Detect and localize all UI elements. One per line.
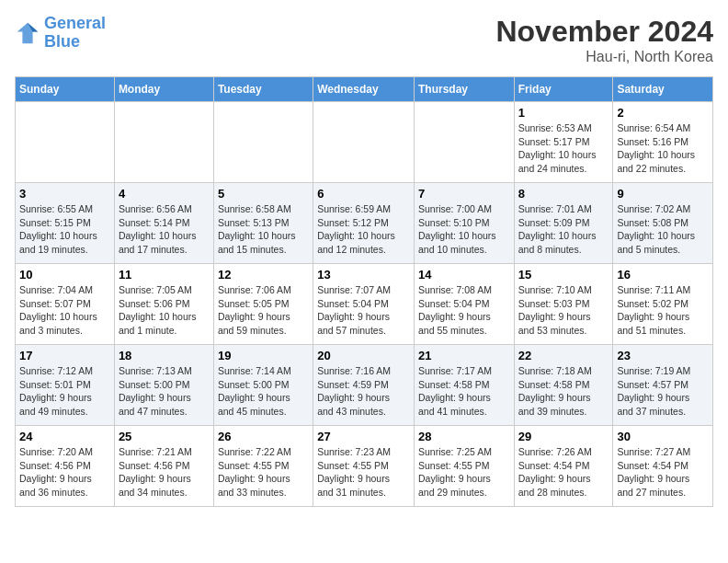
weekday-header: Wednesday bbox=[313, 77, 415, 102]
day-info: Sunrise: 7:13 AMSunset: 5:00 PMDaylight:… bbox=[119, 364, 210, 419]
day-number: 21 bbox=[418, 349, 510, 362]
day-info: Sunrise: 7:02 AMSunset: 5:08 PMDaylight:… bbox=[617, 202, 709, 257]
day-number: 17 bbox=[19, 349, 110, 362]
calendar-week-row: 24Sunrise: 7:20 AMSunset: 4:56 PMDayligh… bbox=[16, 426, 713, 507]
day-info: Sunrise: 7:00 AMSunset: 5:10 PMDaylight:… bbox=[418, 202, 510, 257]
logo-icon bbox=[15, 20, 40, 46]
day-info: Sunrise: 7:19 AMSunset: 4:57 PMDaylight:… bbox=[617, 364, 709, 419]
day-info: Sunrise: 6:53 AMSunset: 5:17 PMDaylight:… bbox=[518, 121, 609, 176]
calendar-cell: 18Sunrise: 7:13 AMSunset: 5:00 PMDayligh… bbox=[114, 345, 213, 426]
calendar-week-row: 1Sunrise: 6:53 AMSunset: 5:17 PMDaylight… bbox=[16, 102, 713, 183]
calendar-cell: 21Sunrise: 7:17 AMSunset: 4:58 PMDayligh… bbox=[414, 345, 514, 426]
day-number: 27 bbox=[317, 430, 410, 443]
calendar-cell: 17Sunrise: 7:12 AMSunset: 5:01 PMDayligh… bbox=[16, 345, 115, 426]
day-info: Sunrise: 7:07 AMSunset: 5:04 PMDaylight:… bbox=[317, 283, 410, 338]
calendar-week-row: 10Sunrise: 7:04 AMSunset: 5:07 PMDayligh… bbox=[16, 264, 713, 345]
weekday-header: Saturday bbox=[613, 77, 713, 102]
calendar-week-row: 17Sunrise: 7:12 AMSunset: 5:01 PMDayligh… bbox=[16, 345, 713, 426]
calendar-cell: 15Sunrise: 7:10 AMSunset: 5:03 PMDayligh… bbox=[514, 264, 613, 345]
day-info: Sunrise: 7:14 AMSunset: 5:00 PMDaylight:… bbox=[218, 364, 309, 419]
day-info: Sunrise: 7:04 AMSunset: 5:07 PMDaylight:… bbox=[19, 283, 110, 338]
calendar-cell: 4Sunrise: 6:56 AMSunset: 5:14 PMDaylight… bbox=[114, 183, 213, 264]
calendar-cell: 2Sunrise: 6:54 AMSunset: 5:16 PMDaylight… bbox=[613, 102, 713, 183]
day-number: 30 bbox=[617, 430, 709, 443]
day-info: Sunrise: 6:54 AMSunset: 5:16 PMDaylight:… bbox=[617, 121, 709, 176]
day-number: 23 bbox=[617, 349, 709, 362]
day-number: 12 bbox=[218, 268, 309, 282]
calendar-cell: 29Sunrise: 7:26 AMSunset: 4:54 PMDayligh… bbox=[514, 426, 613, 507]
calendar-cell: 12Sunrise: 7:06 AMSunset: 5:05 PMDayligh… bbox=[213, 264, 313, 345]
calendar-cell: 10Sunrise: 7:04 AMSunset: 5:07 PMDayligh… bbox=[16, 264, 115, 345]
day-info: Sunrise: 7:17 AMSunset: 4:58 PMDaylight:… bbox=[418, 364, 510, 419]
calendar-cell: 25Sunrise: 7:21 AMSunset: 4:56 PMDayligh… bbox=[114, 426, 213, 507]
day-info: Sunrise: 7:21 AMSunset: 4:56 PMDaylight:… bbox=[119, 445, 210, 500]
day-info: Sunrise: 7:01 AMSunset: 5:09 PMDaylight:… bbox=[518, 202, 609, 257]
day-info: Sunrise: 7:06 AMSunset: 5:05 PMDaylight:… bbox=[218, 283, 309, 338]
day-number: 29 bbox=[518, 430, 609, 443]
logo: General Blue bbox=[15, 15, 106, 52]
day-number: 16 bbox=[617, 268, 709, 282]
day-info: Sunrise: 7:16 AMSunset: 4:59 PMDaylight:… bbox=[317, 364, 410, 419]
page-title: November 2024 bbox=[495, 15, 713, 49]
day-info: Sunrise: 7:10 AMSunset: 5:03 PMDaylight:… bbox=[518, 283, 609, 338]
day-number: 11 bbox=[119, 268, 210, 282]
day-number: 8 bbox=[518, 187, 609, 201]
calendar-cell: 5Sunrise: 6:58 AMSunset: 5:13 PMDaylight… bbox=[213, 183, 313, 264]
weekday-header: Monday bbox=[114, 77, 213, 102]
day-number: 28 bbox=[418, 430, 510, 443]
day-info: Sunrise: 6:59 AMSunset: 5:12 PMDaylight:… bbox=[317, 202, 410, 257]
page-header: General Blue November 2024 Hau-ri, North… bbox=[15, 15, 713, 65]
day-number: 4 bbox=[119, 187, 210, 201]
calendar-cell: 19Sunrise: 7:14 AMSunset: 5:00 PMDayligh… bbox=[213, 345, 313, 426]
calendar-cell: 8Sunrise: 7:01 AMSunset: 5:09 PMDaylight… bbox=[514, 183, 613, 264]
calendar-cell: 13Sunrise: 7:07 AMSunset: 5:04 PMDayligh… bbox=[313, 264, 415, 345]
svg-marker-0 bbox=[17, 23, 38, 43]
calendar-cell: 20Sunrise: 7:16 AMSunset: 4:59 PMDayligh… bbox=[313, 345, 415, 426]
day-info: Sunrise: 7:23 AMSunset: 4:55 PMDaylight:… bbox=[317, 445, 410, 500]
calendar-cell bbox=[213, 102, 313, 183]
weekday-header: Tuesday bbox=[213, 77, 313, 102]
calendar-cell: 28Sunrise: 7:25 AMSunset: 4:55 PMDayligh… bbox=[414, 426, 514, 507]
day-info: Sunrise: 7:18 AMSunset: 4:58 PMDaylight:… bbox=[518, 364, 609, 419]
day-number: 9 bbox=[617, 187, 709, 201]
calendar-cell: 30Sunrise: 7:27 AMSunset: 4:54 PMDayligh… bbox=[613, 426, 713, 507]
day-number: 18 bbox=[119, 349, 210, 362]
day-number: 3 bbox=[19, 187, 110, 201]
calendar-cell: 16Sunrise: 7:11 AMSunset: 5:02 PMDayligh… bbox=[613, 264, 713, 345]
day-number: 10 bbox=[19, 268, 110, 282]
day-number: 5 bbox=[218, 187, 309, 201]
calendar-cell: 9Sunrise: 7:02 AMSunset: 5:08 PMDaylight… bbox=[613, 183, 713, 264]
calendar-cell: 1Sunrise: 6:53 AMSunset: 5:17 PMDaylight… bbox=[514, 102, 613, 183]
logo-text: General Blue bbox=[44, 15, 106, 52]
day-info: Sunrise: 7:22 AMSunset: 4:55 PMDaylight:… bbox=[218, 445, 309, 500]
logo-line1: General bbox=[44, 14, 106, 32]
weekday-header: Thursday bbox=[414, 77, 514, 102]
calendar-cell: 6Sunrise: 6:59 AMSunset: 5:12 PMDaylight… bbox=[313, 183, 415, 264]
logo-line2: Blue bbox=[44, 32, 80, 51]
day-number: 20 bbox=[317, 349, 410, 362]
weekday-header: Friday bbox=[514, 77, 613, 102]
day-number: 24 bbox=[19, 430, 110, 443]
day-info: Sunrise: 7:27 AMSunset: 4:54 PMDaylight:… bbox=[617, 445, 709, 500]
day-number: 26 bbox=[218, 430, 309, 443]
day-number: 22 bbox=[518, 349, 609, 362]
day-number: 19 bbox=[218, 349, 309, 362]
calendar-cell: 26Sunrise: 7:22 AMSunset: 4:55 PMDayligh… bbox=[213, 426, 313, 507]
calendar-cell: 27Sunrise: 7:23 AMSunset: 4:55 PMDayligh… bbox=[313, 426, 415, 507]
calendar-cell: 23Sunrise: 7:19 AMSunset: 4:57 PMDayligh… bbox=[613, 345, 713, 426]
calendar-cell: 7Sunrise: 7:00 AMSunset: 5:10 PMDaylight… bbox=[414, 183, 514, 264]
day-info: Sunrise: 7:25 AMSunset: 4:55 PMDaylight:… bbox=[418, 445, 510, 500]
calendar-cell bbox=[16, 102, 115, 183]
calendar-cell: 14Sunrise: 7:08 AMSunset: 5:04 PMDayligh… bbox=[414, 264, 514, 345]
calendar-cell: 24Sunrise: 7:20 AMSunset: 4:56 PMDayligh… bbox=[16, 426, 115, 507]
calendar-cell bbox=[114, 102, 213, 183]
day-number: 6 bbox=[317, 187, 410, 201]
calendar-week-row: 3Sunrise: 6:55 AMSunset: 5:15 PMDaylight… bbox=[16, 183, 713, 264]
day-number: 14 bbox=[418, 268, 510, 282]
title-block: November 2024 Hau-ri, North Korea bbox=[495, 15, 713, 65]
day-info: Sunrise: 7:08 AMSunset: 5:04 PMDaylight:… bbox=[418, 283, 510, 338]
weekday-header: Sunday bbox=[16, 77, 115, 102]
calendar-cell bbox=[313, 102, 415, 183]
day-info: Sunrise: 7:12 AMSunset: 5:01 PMDaylight:… bbox=[19, 364, 110, 419]
day-number: 7 bbox=[418, 187, 510, 201]
